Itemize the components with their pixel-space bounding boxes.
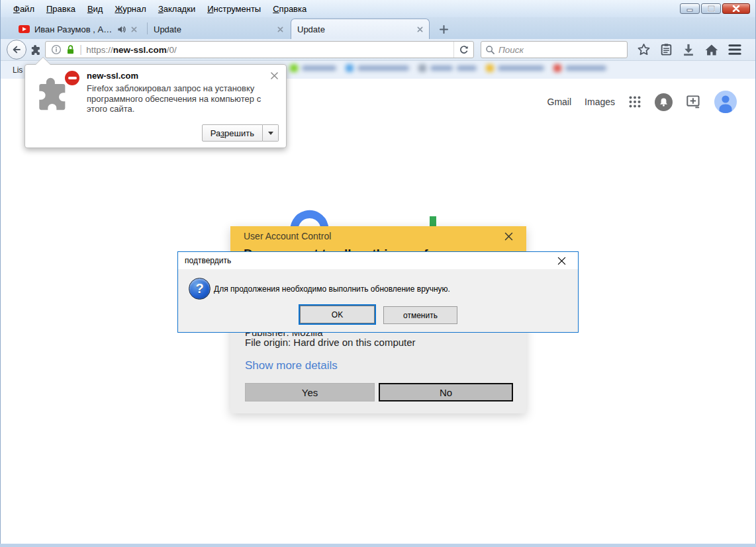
bookmark-favicon (290, 64, 298, 72)
google-header: Gmail Images (547, 91, 737, 113)
popup-site-name: new-ssl.com (87, 71, 138, 81)
confirm-dialog-title: подтвердить (185, 256, 231, 265)
uac-file-origin: File origin: Hard drive on this computer (245, 337, 416, 348)
menu-bar: Файл Правка Вид Журнал Закладки Инструме… (0, 0, 756, 17)
bookmark-star-icon[interactable] (637, 43, 651, 56)
uac-show-more-details-link[interactable]: Show more details (245, 359, 338, 372)
allow-button[interactable]: Разрешить (202, 124, 263, 142)
bookmark-favicon (553, 64, 561, 72)
menu-tools[interactable]: Инструменты (201, 2, 267, 16)
menu-file[interactable]: Файл (7, 2, 40, 16)
tab-title: Update (297, 24, 325, 34)
search-box[interactable] (481, 41, 628, 58)
google-apps-grid-icon[interactable] (628, 95, 641, 108)
question-mark-icon: ? (189, 278, 211, 300)
bookmark-favicon (418, 64, 426, 72)
bookmark-item[interactable] (553, 64, 606, 72)
google-logo-fragment-l (430, 216, 436, 227)
bookmark-item[interactable] (290, 64, 336, 72)
popup-close-icon[interactable] (269, 70, 279, 81)
reload-button[interactable] (453, 42, 473, 58)
home-icon[interactable] (704, 44, 718, 56)
gmail-link[interactable]: Gmail (547, 97, 572, 107)
allow-dropdown-button[interactable] (263, 124, 279, 142)
notifications-bell-icon[interactable] (655, 93, 673, 111)
menu-bookmarks[interactable]: Закладки (152, 2, 201, 16)
plugin-blocked-anchor-icon[interactable] (26, 44, 45, 56)
tab-strip: Иван Разумов , Алекс... Update Update (0, 17, 756, 39)
tab-audio-icon[interactable] (117, 25, 126, 34)
tab-title: Иван Разумов , Алекс... (34, 24, 113, 34)
search-icon (485, 45, 495, 55)
menu-edit[interactable]: Правка (40, 2, 81, 16)
tab-close-icon[interactable] (277, 26, 283, 32)
maximize-button[interactable] (701, 3, 721, 14)
menu-help[interactable]: Справка (267, 2, 312, 16)
bookmark-item-partial[interactable]: Lis (13, 65, 23, 75)
confirm-message: Для продолжения необходимо выполнить обн… (214, 284, 450, 294)
menu-history[interactable]: Журнал (109, 2, 152, 16)
uac-yes-button[interactable]: Yes (245, 383, 375, 401)
dropdown-arrow-icon (268, 132, 273, 135)
new-tab-button[interactable] (435, 22, 452, 36)
back-button[interactable] (7, 40, 26, 60)
images-link[interactable]: Images (585, 97, 615, 107)
bookmark-item[interactable] (418, 64, 477, 72)
blurred-bookmarks (290, 64, 606, 72)
tab-update-2-active[interactable]: Update (291, 19, 430, 39)
minimize-button[interactable] (680, 3, 700, 14)
ssl-lock-icon[interactable] (66, 44, 75, 55)
blocked-badge-icon (64, 69, 81, 87)
downloads-icon[interactable] (682, 43, 695, 56)
bookmark-favicon (486, 64, 494, 72)
bookmark-item[interactable] (346, 64, 409, 72)
add-shortcut-icon[interactable] (686, 95, 701, 109)
close-button[interactable] (722, 3, 750, 14)
url-bar[interactable]: | https://new-ssl.com/0/ (45, 41, 474, 58)
puzzle-plugin-icon (33, 105, 74, 116)
google-logo-fragment-g (290, 209, 331, 226)
window-border-bottom (0, 544, 756, 547)
search-input[interactable] (498, 45, 611, 55)
youtube-icon (19, 25, 30, 33)
tab-close-icon[interactable] (131, 26, 137, 32)
tab-close-icon[interactable] (417, 26, 423, 32)
uac-title: User Account Control (244, 231, 331, 241)
firefox-install-blocked-popup: new-ssl.com Firefox заблокировал запрос … (24, 64, 287, 148)
tab-title: Update (154, 24, 181, 34)
window-controls (680, 3, 750, 14)
popup-message: Firefox заблокировал запрос на установку… (87, 83, 271, 114)
navigation-toolbar: | https://new-ssl.com/0/ (0, 39, 756, 61)
page-info-icon[interactable] (51, 44, 62, 55)
url-text: https://new-ssl.com/0/ (86, 45, 177, 55)
confirm-close-icon[interactable] (551, 253, 571, 268)
account-avatar[interactable] (714, 91, 737, 113)
hamburger-menu-icon[interactable] (728, 44, 742, 56)
confirm-cancel-button[interactable]: отменить (383, 306, 457, 324)
confirm-dialog: подтвердить ? Для продолжения необходимо… (177, 251, 579, 333)
menu-view[interactable]: Вид (81, 2, 109, 16)
window-border-left (0, 0, 1, 547)
bookmark-favicon (346, 64, 354, 72)
tab-youtube[interactable]: Иван Разумов , Алекс... (13, 19, 148, 39)
uac-no-button[interactable]: No (379, 383, 513, 401)
uac-close-icon[interactable] (504, 232, 513, 241)
tab-update-1[interactable]: Update (148, 19, 289, 39)
bookmarks-menu-icon[interactable] (660, 43, 673, 56)
bookmark-item[interactable] (486, 64, 544, 72)
confirm-ok-button[interactable]: OK (300, 306, 375, 323)
